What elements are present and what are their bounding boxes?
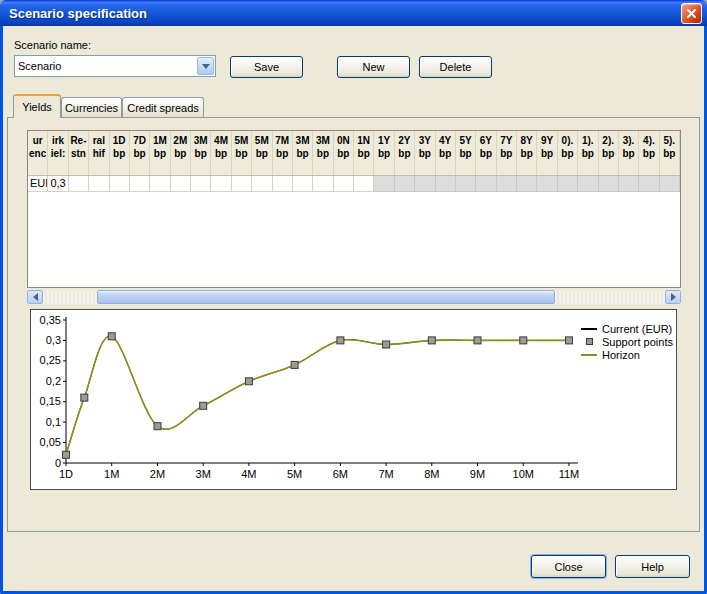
table-cell[interactable] <box>252 176 272 192</box>
close-icon[interactable] <box>681 3 702 24</box>
column-header[interactable]: 9Ybp <box>537 131 557 175</box>
scenario-name-value: Scenario <box>15 56 196 76</box>
column-header[interactable]: 7Dbp <box>130 131 150 175</box>
table-cell[interactable] <box>293 176 313 192</box>
legend-horizon-line-icon <box>581 354 597 356</box>
table-cell[interactable] <box>639 176 659 192</box>
column-header[interactable]: urenc <box>28 131 48 175</box>
column-header[interactable]: 6Ybp <box>476 131 496 175</box>
table-horizontal-scrollbar[interactable] <box>27 290 681 304</box>
table-cell[interactable] <box>354 176 374 192</box>
tab-yields[interactable]: Yields <box>13 94 61 118</box>
column-header[interactable]: 7Ybp <box>497 131 517 175</box>
table-cell[interactable] <box>130 176 150 192</box>
column-header[interactable]: 3Mbp <box>313 131 333 175</box>
help-button[interactable]: Help <box>615 555 690 578</box>
table-cell[interactable] <box>497 176 517 192</box>
column-header[interactable]: 4Mbp <box>211 131 231 175</box>
table-cell[interactable]: EUR <box>28 176 48 192</box>
table-cell[interactable] <box>334 176 354 192</box>
svg-text:10M: 10M <box>513 468 534 480</box>
column-header[interactable]: 5Mbp <box>252 131 272 175</box>
column-header[interactable]: Re-stn <box>69 131 89 175</box>
svg-text:0,15: 0,15 <box>40 395 61 407</box>
scenario-name-combobox[interactable]: Scenario <box>14 55 216 77</box>
table-cell[interactable] <box>578 176 598 192</box>
yields-table-header: urencirkiel:Re-stnralhif1Dbp7Dbp1Mbp2Mbp… <box>28 131 680 176</box>
table-cell[interactable] <box>191 176 211 192</box>
column-header[interactable]: 0).bp <box>558 131 578 175</box>
table-cell[interactable]: 0,3 <box>48 176 68 192</box>
chevron-down-icon[interactable] <box>197 57 214 75</box>
table-cell[interactable] <box>150 176 170 192</box>
table-cell[interactable] <box>110 176 130 192</box>
column-header[interactable]: irkiel: <box>48 131 68 175</box>
svg-text:0,05: 0,05 <box>40 436 61 448</box>
column-header[interactable]: 5Mbp <box>232 131 252 175</box>
table-cell[interactable] <box>273 176 293 192</box>
column-header[interactable]: 1Mbp <box>150 131 170 175</box>
column-header[interactable]: 4).bp <box>639 131 659 175</box>
svg-text:0: 0 <box>55 457 61 469</box>
table-cell[interactable] <box>395 176 415 192</box>
table-cell[interactable] <box>619 176 639 192</box>
table-cell[interactable] <box>415 176 435 192</box>
delete-button[interactable]: Delete <box>419 56 492 78</box>
tab-credit-spreads-label: Credit spreads <box>127 102 199 114</box>
column-header[interactable]: 2).bp <box>599 131 619 175</box>
svg-text:11M: 11M <box>559 468 580 480</box>
column-header[interactable]: 3).bp <box>619 131 639 175</box>
table-cell[interactable] <box>476 176 496 192</box>
table-cell[interactable] <box>232 176 252 192</box>
scenario-name-label: Scenario name: <box>14 39 91 51</box>
column-header[interactable]: 0Nbp <box>334 131 354 175</box>
column-header[interactable]: 4Ybp <box>436 131 456 175</box>
table-cell[interactable] <box>599 176 619 192</box>
column-header[interactable]: 1Dbp <box>110 131 130 175</box>
scroll-left-arrow-icon[interactable] <box>27 290 43 304</box>
table-cell[interactable] <box>374 176 394 192</box>
column-header[interactable]: ralhif <box>89 131 109 175</box>
table-cell[interactable] <box>171 176 191 192</box>
column-header[interactable]: 3Mbp <box>293 131 313 175</box>
scrollbar-thumb[interactable] <box>97 290 555 304</box>
table-cell[interactable] <box>456 176 476 192</box>
save-button[interactable]: Save <box>230 56 303 78</box>
table-cell[interactable] <box>211 176 231 192</box>
table-cell[interactable] <box>660 176 680 192</box>
column-header[interactable]: 3Mbp <box>191 131 211 175</box>
yield-chart-svg: 00,050,10,150,20,250,30,351D1M2M3M4M5M6M… <box>31 310 676 489</box>
column-header[interactable]: 5).bp <box>660 131 680 175</box>
table-cell[interactable] <box>537 176 557 192</box>
scrollbar-track[interactable] <box>43 290 665 304</box>
column-header[interactable]: 1).bp <box>578 131 598 175</box>
close-button[interactable]: Close <box>531 555 606 578</box>
table-cell[interactable] <box>313 176 333 192</box>
table-cell[interactable] <box>558 176 578 192</box>
legend-support-label: Support points <box>602 336 673 348</box>
tab-currencies[interactable]: Currencies <box>61 97 122 117</box>
table-cell[interactable] <box>517 176 537 192</box>
svg-text:4M: 4M <box>241 468 256 480</box>
legend-current-label: Current (EUR) <box>602 323 672 335</box>
column-header[interactable]: 2Mbp <box>171 131 191 175</box>
title-bar[interactable]: Scenario specification <box>0 0 707 26</box>
table-cell[interactable] <box>69 176 89 192</box>
tab-credit-spreads[interactable]: Credit spreads <box>122 97 204 117</box>
svg-text:3M: 3M <box>196 468 211 480</box>
tab-yields-label: Yields <box>22 101 52 113</box>
svg-text:8M: 8M <box>424 468 439 480</box>
scroll-right-arrow-icon[interactable] <box>665 290 681 304</box>
column-header[interactable]: 5Ybp <box>456 131 476 175</box>
column-header[interactable]: 2Ybp <box>395 131 415 175</box>
legend-support-square-icon <box>586 338 593 345</box>
column-header[interactable]: 1Nbp <box>354 131 374 175</box>
new-button[interactable]: New <box>337 56 410 78</box>
svg-text:2M: 2M <box>150 468 165 480</box>
table-cell[interactable] <box>436 176 456 192</box>
table-cell[interactable] <box>89 176 109 192</box>
column-header[interactable]: 8Ybp <box>517 131 537 175</box>
column-header[interactable]: 3Ybp <box>415 131 435 175</box>
column-header[interactable]: 7Mbp <box>273 131 293 175</box>
column-header[interactable]: 1Ybp <box>374 131 394 175</box>
